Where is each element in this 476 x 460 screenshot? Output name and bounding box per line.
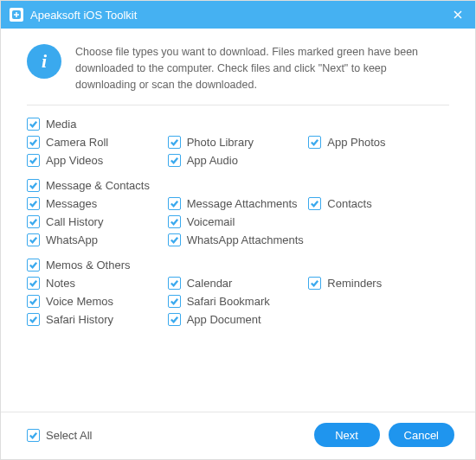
checkbox-photo-library[interactable]: Photo Library xyxy=(168,136,309,149)
checkbox-whatsapp[interactable]: WhatsApp xyxy=(27,233,168,246)
checkbox-contacts[interactable]: Contacts xyxy=(308,197,449,210)
checkmark-icon xyxy=(27,118,40,131)
app-window: Apeaksoft iOS Toolkit i Choose file type… xyxy=(0,0,476,460)
next-button[interactable]: Next xyxy=(314,423,380,447)
label: Select All xyxy=(46,429,92,442)
checkmark-icon xyxy=(308,136,321,149)
checkmark-icon xyxy=(168,154,181,167)
checkbox-voice-memos[interactable]: Voice Memos xyxy=(27,295,168,308)
checkmark-icon xyxy=(27,215,40,228)
label: App Videos xyxy=(46,154,103,167)
app-logo-icon xyxy=(10,8,23,22)
checkbox-message-attachments[interactable]: Message Attachments xyxy=(168,197,309,210)
checkbox-notes[interactable]: Notes xyxy=(27,277,168,290)
section-contacts: Message & Contacts Messages Message Atta… xyxy=(27,179,449,246)
checkmark-icon xyxy=(308,197,321,210)
cancel-button[interactable]: Cancel xyxy=(389,423,454,447)
section-memos: Memos & Others Notes Calendar Reminders … xyxy=(27,259,449,326)
checkmark-icon xyxy=(27,277,40,290)
label: Reminders xyxy=(327,277,382,290)
checkbox-call-history[interactable]: Call History xyxy=(27,215,168,228)
checkmark-icon xyxy=(168,233,181,246)
checkmark-icon xyxy=(168,136,181,149)
checkmark-icon xyxy=(168,295,181,308)
checkbox-media-header[interactable]: Media xyxy=(27,118,449,131)
label: WhatsApp Attachments xyxy=(187,233,304,246)
checkbox-app-videos[interactable]: App Videos xyxy=(27,154,168,167)
titlebar: Apeaksoft iOS Toolkit xyxy=(1,1,475,29)
label: Message & Contacts xyxy=(46,179,150,192)
checkmark-icon xyxy=(27,154,40,167)
label: Safari History xyxy=(46,313,113,326)
checkbox-select-all[interactable]: Select All xyxy=(27,429,92,442)
label: Call History xyxy=(46,215,103,228)
label: App Photos xyxy=(327,136,385,149)
checkbox-camera-roll[interactable]: Camera Roll xyxy=(27,136,168,149)
checkbox-calendar[interactable]: Calendar xyxy=(168,277,309,290)
checkbox-app-document[interactable]: App Document xyxy=(168,313,309,326)
label: Camera Roll xyxy=(46,136,108,149)
label: Media xyxy=(46,118,76,131)
label: App Audio xyxy=(187,154,238,167)
checkbox-messages[interactable]: Messages xyxy=(27,197,168,210)
info-icon: i xyxy=(27,44,61,79)
label: Contacts xyxy=(327,197,371,210)
checkmark-icon xyxy=(308,277,321,290)
checkbox-whatsapp-attachments[interactable]: WhatsApp Attachments xyxy=(168,233,309,246)
checkmark-icon xyxy=(27,313,40,326)
checkmark-icon xyxy=(27,295,40,308)
window-title: Apeaksoft iOS Toolkit xyxy=(30,9,449,22)
checkbox-safari-history[interactable]: Safari History xyxy=(27,313,168,326)
label: Memos & Others xyxy=(46,259,131,272)
checkmark-icon xyxy=(27,179,40,192)
intro-text: Choose file types you want to download. … xyxy=(75,44,449,93)
checkbox-voicemail[interactable]: Voicemail xyxy=(168,215,309,228)
label: Voicemail xyxy=(187,215,235,228)
checkbox-safari-bookmark[interactable]: Safari Bookmark xyxy=(168,295,309,308)
checkbox-app-photos[interactable]: App Photos xyxy=(308,136,449,149)
checkbox-memos-header[interactable]: Memos & Others xyxy=(27,259,449,272)
checkbox-reminders[interactable]: Reminders xyxy=(308,277,449,290)
info-glyph: i xyxy=(42,50,47,73)
checkmark-icon xyxy=(168,215,181,228)
checkmark-icon xyxy=(27,136,40,149)
label: Notes xyxy=(46,277,75,290)
checkbox-app-audio[interactable]: App Audio xyxy=(168,154,309,167)
footer: Select All Next Cancel xyxy=(1,412,475,459)
checkmark-icon xyxy=(27,259,40,272)
content-area: i Choose file types you want to download… xyxy=(1,29,475,412)
label: Voice Memos xyxy=(46,295,113,308)
checkmark-icon xyxy=(168,197,181,210)
label: App Document xyxy=(187,313,261,326)
label: Photo Library xyxy=(187,136,254,149)
checkmark-icon xyxy=(168,277,181,290)
close-icon[interactable] xyxy=(449,6,466,23)
checkmark-icon xyxy=(27,429,40,442)
label: WhatsApp xyxy=(46,233,98,246)
label: Message Attachments xyxy=(187,197,298,210)
checkbox-contacts-header[interactable]: Message & Contacts xyxy=(27,179,449,192)
intro-block: i Choose file types you want to download… xyxy=(27,44,449,105)
checkmark-icon xyxy=(168,313,181,326)
checkmark-icon xyxy=(27,197,40,210)
section-media: Media Camera Roll Photo Library App Phot… xyxy=(27,118,449,167)
label: Safari Bookmark xyxy=(187,295,270,308)
label: Messages xyxy=(46,197,97,210)
label: Calendar xyxy=(187,277,233,290)
checkmark-icon xyxy=(27,233,40,246)
